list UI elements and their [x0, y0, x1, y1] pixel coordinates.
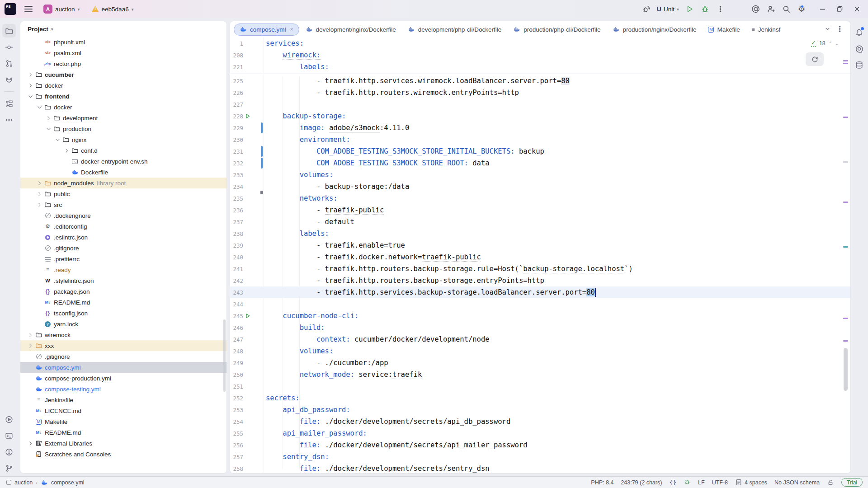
debug-button[interactable] — [698, 3, 712, 15]
tree-expand-toggle[interactable] — [63, 148, 71, 154]
profiler-button[interactable] — [640, 3, 653, 15]
breadcrumb-item[interactable]: compose.yml — [51, 479, 85, 486]
tree-item[interactable]: php rector.php — [20, 58, 226, 69]
tree-item[interactable]: {} package.json — [20, 286, 226, 297]
structure-tool-button[interactable] — [2, 97, 16, 110]
tree-expand-toggle[interactable] — [27, 94, 34, 99]
chevron-down-tree[interactable] — [46, 126, 52, 132]
chevron-right-tree[interactable] — [37, 180, 42, 186]
chevron-right-tree[interactable] — [28, 343, 33, 349]
chevron-right-tree[interactable] — [37, 202, 42, 208]
tree-item[interactable]: node_moduleslibrary root — [20, 178, 226, 188]
chevron-right-tree[interactable] — [28, 72, 33, 78]
gitlab-tool-button[interactable] — [2, 73, 16, 86]
status-item[interactable] — [684, 479, 691, 487]
editor-tab[interactable]: production/php-cli/Dockerfile — [508, 23, 606, 36]
editor-tab[interactable]: ≡Jenkinsf — [746, 23, 786, 36]
tree-item[interactable]: src — [20, 199, 226, 210]
tree-item[interactable]: y yarn.lock — [20, 319, 226, 329]
tree-item[interactable]: wiremock — [20, 329, 226, 340]
chevron-right-tree[interactable] — [37, 191, 42, 197]
chevron-down-icon[interactable]: ▾ — [51, 27, 53, 32]
tree-expand-toggle[interactable] — [45, 115, 52, 121]
tree-item[interactable]: cucumber — [20, 69, 226, 80]
restore-button[interactable] — [832, 2, 847, 16]
tree-item[interactable]: compose-testing.yml — [20, 384, 226, 394]
tree-expand-toggle[interactable] — [54, 137, 61, 143]
tree-item[interactable]: Scratches and Consoles — [20, 449, 226, 460]
status-item[interactable]: 4 spaces — [735, 479, 767, 486]
scrollbar-thumb[interactable] — [844, 348, 848, 391]
project-folder-tool-button[interactable] — [2, 24, 16, 38]
tree-item[interactable]: >_ docker-entrypoint-env.sh — [20, 156, 226, 167]
code-editor[interactable]: 1 services: 208 wiremock: 221 labels: 22… — [230, 38, 850, 473]
tree-item[interactable]: docker — [20, 102, 226, 113]
run-configuration-selector[interactable]: U Unit ▾ — [655, 4, 681, 14]
tree-item[interactable]: External Libraries — [20, 438, 226, 449]
editor-tab[interactable]: development/php-cli/Dockerfile — [402, 23, 507, 36]
tree-item[interactable]: .gitignore — [20, 351, 226, 362]
trial-badge[interactable]: Trial — [841, 478, 863, 487]
tab-options-button[interactable] — [835, 25, 844, 34]
run-service-icon[interactable] — [245, 313, 250, 319]
tree-item[interactable]: M Makefile — [20, 416, 226, 427]
status-item[interactable] — [827, 479, 834, 486]
run-service-icon[interactable] — [245, 113, 250, 119]
tree-item[interactable]: public — [20, 188, 226, 199]
tree-item[interactable]: M↓ LICENCE.md — [20, 405, 226, 416]
chevron-down-tree[interactable] — [37, 104, 42, 110]
run-button[interactable] — [683, 3, 696, 15]
terminal-tool-button[interactable] — [2, 429, 16, 442]
tree-item[interactable]: xxx — [20, 340, 226, 351]
tree-item[interactable]: M↓ README.md — [20, 297, 226, 308]
status-item[interactable]: LF — [698, 479, 705, 486]
notifications-bell-tool-button[interactable] — [852, 26, 866, 39]
tree-expand-toggle[interactable] — [27, 332, 34, 338]
close-tab-icon[interactable]: × — [290, 26, 293, 33]
code-with-me-button[interactable] — [764, 3, 778, 15]
chevron-down-tree[interactable] — [28, 94, 33, 99]
tree-expand-toggle[interactable] — [36, 202, 43, 208]
tree-item[interactable]: .prettierrc — [20, 253, 226, 264]
tree-item[interactable]: compose-production.yml — [20, 373, 226, 384]
tree-item[interactable]: M↓ README.md — [20, 427, 226, 438]
tree-item[interactable]: </> psalm.xml — [20, 47, 226, 58]
tree-scrollbar[interactable] — [223, 319, 226, 392]
tree-expand-toggle[interactable] — [45, 126, 52, 132]
tree-expand-toggle[interactable] — [36, 104, 43, 110]
chevron-right-tree[interactable] — [28, 83, 33, 89]
tree-item[interactable]: production — [20, 123, 226, 134]
chevron-down-tree[interactable] — [55, 137, 61, 143]
tree-item[interactable]: </> phpunit.xml — [20, 37, 226, 47]
ai-assistant-tool-button[interactable] — [852, 42, 866, 56]
chevron-right-tree[interactable] — [28, 332, 33, 338]
editor-scrollbar[interactable] — [843, 38, 849, 470]
tree-expand-toggle[interactable] — [27, 83, 34, 89]
tree-expand-toggle[interactable] — [36, 180, 43, 186]
problems-tool-button[interactable] — [2, 445, 16, 459]
status-item[interactable]: 243:79 (2 chars) — [621, 479, 662, 486]
hidden-tabs-button[interactable] — [824, 26, 831, 33]
next-problem-icon[interactable]: ⌃ — [835, 41, 839, 46]
editor-tab[interactable]: development/nginx/Dockerfile — [300, 23, 401, 36]
tree-item[interactable]: Dockerfile — [20, 167, 226, 178]
tree-expand-toggle[interactable] — [27, 441, 34, 446]
tree-item[interactable]: .eslintrc.json — [20, 232, 226, 243]
tree-expand-toggle[interactable] — [27, 343, 34, 349]
tree-item[interactable]: {} tsconfig.json — [20, 308, 226, 319]
tree-item[interactable]: ≡ .ready — [20, 264, 226, 275]
tree-item[interactable]: ⚙ .editorconfig — [20, 221, 226, 232]
breadcrumb-item[interactable]: auction — [14, 479, 33, 486]
chevron-right-tree[interactable] — [64, 148, 70, 154]
chevron-right-tree[interactable] — [28, 441, 33, 446]
search-everywhere-button[interactable] — [779, 3, 793, 15]
tree-item[interactable]: nginx — [20, 134, 226, 145]
tree-item[interactable]: .gitignore — [20, 243, 226, 253]
editor-tab[interactable]: production/nginx/Dockerfile — [607, 23, 702, 36]
status-item[interactable]: UTF-8 — [712, 479, 728, 486]
minimize-button[interactable] — [815, 2, 830, 16]
tree-item[interactable]: development — [20, 113, 226, 123]
chevron-right-tree[interactable] — [46, 115, 52, 121]
project-widget[interactable]: A auction ▾ — [41, 3, 83, 15]
more-tool-button[interactable] — [2, 113, 16, 127]
